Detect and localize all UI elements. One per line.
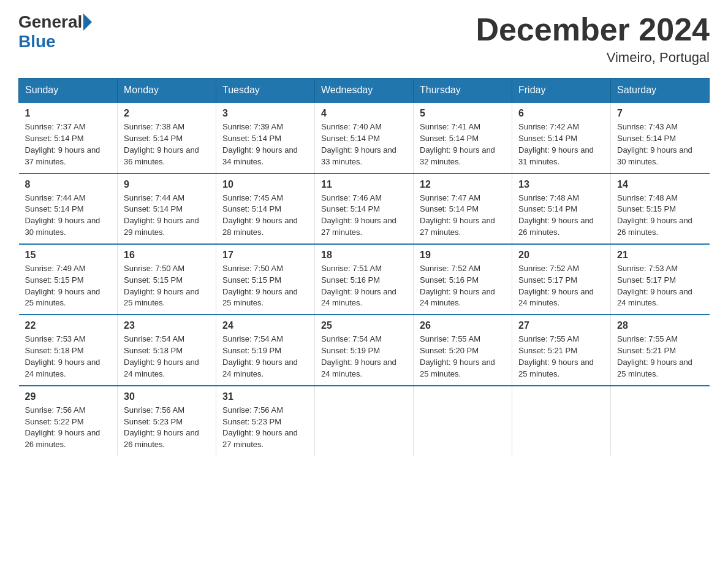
calendar-cell: 24Sunrise: 7:54 AMSunset: 5:19 PMDayligh… <box>216 315 315 385</box>
day-number: 28 <box>617 320 703 331</box>
day-info: Sunrise: 7:56 AMSunset: 5:23 PMDaylight:… <box>124 405 210 451</box>
day-number: 20 <box>518 250 604 261</box>
day-info: Sunrise: 7:49 AMSunset: 5:15 PMDaylight:… <box>25 263 112 309</box>
calendar-cell: 30Sunrise: 7:56 AMSunset: 5:23 PMDayligh… <box>118 386 216 456</box>
day-info: Sunrise: 7:55 AMSunset: 5:20 PMDaylight:… <box>420 334 506 380</box>
calendar-cell: 1Sunrise: 7:37 AMSunset: 5:14 PMDaylight… <box>19 102 118 173</box>
day-number: 18 <box>321 250 407 261</box>
day-number: 21 <box>617 250 703 261</box>
calendar-cell: 16Sunrise: 7:50 AMSunset: 5:15 PMDayligh… <box>118 244 216 315</box>
day-info: Sunrise: 7:54 AMSunset: 5:18 PMDaylight:… <box>124 334 210 380</box>
calendar-cell <box>315 386 414 456</box>
calendar-cell: 5Sunrise: 7:41 AMSunset: 5:14 PMDaylight… <box>414 102 512 173</box>
logo-arrow-icon <box>83 13 92 31</box>
calendar-cell: 9Sunrise: 7:44 AMSunset: 5:14 PMDaylight… <box>118 174 216 244</box>
day-info: Sunrise: 7:52 AMSunset: 5:17 PMDaylight:… <box>518 263 604 309</box>
calendar-week-row: 15Sunrise: 7:49 AMSunset: 5:15 PMDayligh… <box>19 244 710 315</box>
day-info: Sunrise: 7:44 AMSunset: 5:14 PMDaylight:… <box>124 193 210 239</box>
day-info: Sunrise: 7:54 AMSunset: 5:19 PMDaylight:… <box>321 334 407 380</box>
day-number: 12 <box>420 179 506 190</box>
column-header-saturday: Saturday <box>611 79 710 103</box>
calendar-cell: 27Sunrise: 7:55 AMSunset: 5:21 PMDayligh… <box>512 315 611 385</box>
day-info: Sunrise: 7:52 AMSunset: 5:16 PMDaylight:… <box>420 263 506 309</box>
day-info: Sunrise: 7:47 AMSunset: 5:14 PMDaylight:… <box>420 193 506 239</box>
calendar-cell: 29Sunrise: 7:56 AMSunset: 5:22 PMDayligh… <box>19 386 118 456</box>
day-number: 13 <box>518 179 604 190</box>
day-number: 9 <box>124 179 210 190</box>
column-header-tuesday: Tuesday <box>216 79 315 103</box>
calendar-cell: 4Sunrise: 7:40 AMSunset: 5:14 PMDaylight… <box>315 102 414 173</box>
day-info: Sunrise: 7:53 AMSunset: 5:17 PMDaylight:… <box>617 263 703 309</box>
day-info: Sunrise: 7:41 AMSunset: 5:14 PMDaylight:… <box>420 121 506 167</box>
day-number: 26 <box>420 320 506 331</box>
day-number: 30 <box>124 391 210 402</box>
month-year-title: December 2024 <box>476 12 710 47</box>
day-info: Sunrise: 7:48 AMSunset: 5:14 PMDaylight:… <box>518 193 604 239</box>
column-header-friday: Friday <box>512 79 611 103</box>
day-number: 2 <box>124 108 210 119</box>
calendar-cell: 23Sunrise: 7:54 AMSunset: 5:18 PMDayligh… <box>118 315 216 385</box>
day-info: Sunrise: 7:37 AMSunset: 5:14 PMDaylight:… <box>25 121 112 167</box>
day-info: Sunrise: 7:51 AMSunset: 5:16 PMDaylight:… <box>321 263 407 309</box>
calendar-cell: 14Sunrise: 7:48 AMSunset: 5:15 PMDayligh… <box>611 174 710 244</box>
day-number: 22 <box>25 320 112 331</box>
day-number: 8 <box>25 179 112 190</box>
page-header: General Blue December 2024 Vimeiro, Port… <box>18 12 710 66</box>
day-number: 17 <box>222 250 308 261</box>
calendar-cell: 19Sunrise: 7:52 AMSunset: 5:16 PMDayligh… <box>414 244 512 315</box>
calendar-cell: 21Sunrise: 7:53 AMSunset: 5:17 PMDayligh… <box>611 244 710 315</box>
calendar-cell: 7Sunrise: 7:43 AMSunset: 5:14 PMDaylight… <box>611 102 710 173</box>
column-header-monday: Monday <box>118 79 216 103</box>
day-number: 16 <box>124 250 210 261</box>
calendar-cell: 8Sunrise: 7:44 AMSunset: 5:14 PMDaylight… <box>19 174 118 244</box>
day-number: 24 <box>222 320 308 331</box>
day-info: Sunrise: 7:54 AMSunset: 5:19 PMDaylight:… <box>222 334 308 380</box>
day-info: Sunrise: 7:46 AMSunset: 5:14 PMDaylight:… <box>321 193 407 239</box>
calendar-cell <box>512 386 611 456</box>
day-info: Sunrise: 7:38 AMSunset: 5:14 PMDaylight:… <box>124 121 210 167</box>
calendar-cell: 26Sunrise: 7:55 AMSunset: 5:20 PMDayligh… <box>414 315 512 385</box>
day-info: Sunrise: 7:50 AMSunset: 5:15 PMDaylight:… <box>124 263 210 309</box>
day-info: Sunrise: 7:56 AMSunset: 5:23 PMDaylight:… <box>222 405 308 451</box>
calendar-cell: 6Sunrise: 7:42 AMSunset: 5:14 PMDaylight… <box>512 102 611 173</box>
calendar-header-row: SundayMondayTuesdayWednesdayThursdayFrid… <box>19 79 710 103</box>
calendar-cell: 2Sunrise: 7:38 AMSunset: 5:14 PMDaylight… <box>118 102 216 173</box>
day-number: 6 <box>518 108 604 119</box>
day-info: Sunrise: 7:39 AMSunset: 5:14 PMDaylight:… <box>222 121 308 167</box>
calendar-cell: 11Sunrise: 7:46 AMSunset: 5:14 PMDayligh… <box>315 174 414 244</box>
day-number: 23 <box>124 320 210 331</box>
calendar-week-row: 1Sunrise: 7:37 AMSunset: 5:14 PMDaylight… <box>19 102 710 173</box>
day-number: 29 <box>25 391 112 402</box>
day-number: 27 <box>518 320 604 331</box>
day-number: 5 <box>420 108 506 119</box>
day-number: 19 <box>420 250 506 261</box>
calendar-cell: 10Sunrise: 7:45 AMSunset: 5:14 PMDayligh… <box>216 174 315 244</box>
calendar-week-row: 29Sunrise: 7:56 AMSunset: 5:22 PMDayligh… <box>19 386 710 456</box>
calendar-cell: 28Sunrise: 7:55 AMSunset: 5:21 PMDayligh… <box>611 315 710 385</box>
calendar-cell <box>611 386 710 456</box>
day-number: 10 <box>222 179 308 190</box>
day-number: 15 <box>25 250 112 261</box>
day-number: 3 <box>222 108 308 119</box>
calendar-cell <box>414 386 512 456</box>
day-info: Sunrise: 7:48 AMSunset: 5:15 PMDaylight:… <box>617 193 703 239</box>
day-info: Sunrise: 7:44 AMSunset: 5:14 PMDaylight:… <box>25 193 112 239</box>
day-number: 1 <box>25 108 112 119</box>
calendar-cell: 12Sunrise: 7:47 AMSunset: 5:14 PMDayligh… <box>414 174 512 244</box>
day-info: Sunrise: 7:53 AMSunset: 5:18 PMDaylight:… <box>25 334 112 380</box>
column-header-sunday: Sunday <box>19 79 118 103</box>
day-number: 4 <box>321 108 407 119</box>
day-number: 14 <box>617 179 703 190</box>
logo: General Blue <box>18 12 93 52</box>
column-header-wednesday: Wednesday <box>315 79 414 103</box>
location-subtitle: Vimeiro, Portugal <box>476 50 710 66</box>
day-info: Sunrise: 7:50 AMSunset: 5:15 PMDaylight:… <box>222 263 308 309</box>
day-info: Sunrise: 7:42 AMSunset: 5:14 PMDaylight:… <box>518 121 604 167</box>
calendar-cell: 17Sunrise: 7:50 AMSunset: 5:15 PMDayligh… <box>216 244 315 315</box>
day-number: 11 <box>321 179 407 190</box>
day-info: Sunrise: 7:55 AMSunset: 5:21 PMDaylight:… <box>518 334 604 380</box>
calendar-cell: 18Sunrise: 7:51 AMSunset: 5:16 PMDayligh… <box>315 244 414 315</box>
day-info: Sunrise: 7:56 AMSunset: 5:22 PMDaylight:… <box>25 405 112 451</box>
title-area: December 2024 Vimeiro, Portugal <box>476 12 710 66</box>
calendar-week-row: 22Sunrise: 7:53 AMSunset: 5:18 PMDayligh… <box>19 315 710 385</box>
